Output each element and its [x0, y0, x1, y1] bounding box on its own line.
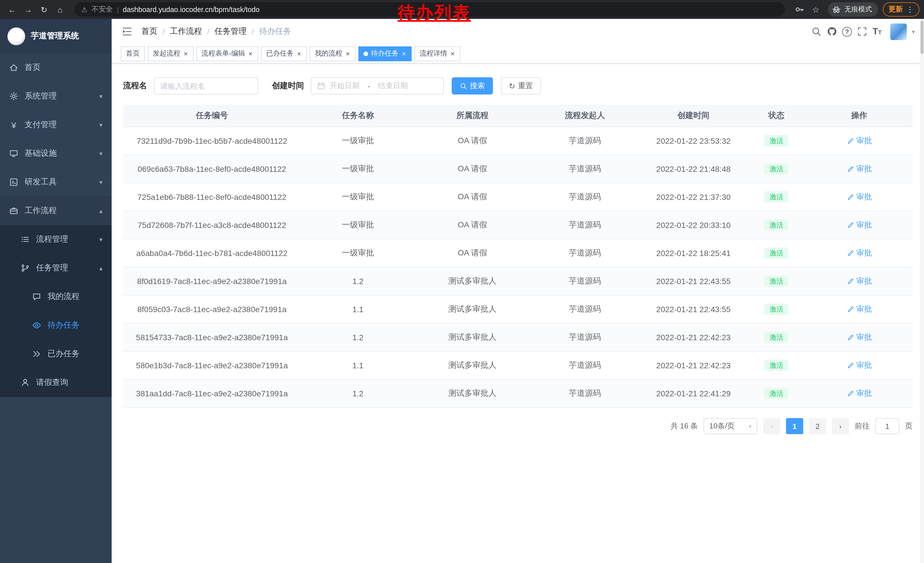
- search-button[interactable]: 搜索: [452, 77, 493, 95]
- approve-link[interactable]: 审批: [847, 360, 872, 371]
- tab-start-process[interactable]: 发起流程 ×: [148, 46, 194, 61]
- close-icon[interactable]: ×: [183, 50, 188, 57]
- close-icon[interactable]: ×: [401, 50, 406, 57]
- sidebar-item-payment[interactable]: ¥ 支付管理 ▾: [0, 111, 112, 139]
- reset-button-label: 重置: [518, 81, 533, 91]
- breadcrumb-workflow[interactable]: 工作流程: [170, 26, 202, 37]
- workflow-submenu: 流程管理 ▾ 任务管理 ▴ 我的流程: [0, 225, 112, 397]
- close-icon[interactable]: ×: [450, 50, 455, 57]
- avatar-caret-icon[interactable]: ▾: [912, 29, 915, 35]
- reload-icon[interactable]: ↻: [37, 2, 51, 17]
- approve-link[interactable]: 审批: [847, 164, 872, 174]
- approve-link[interactable]: 审批: [847, 276, 872, 286]
- cell-task-id: 580e1b3d-7ac8-11ec-a9e2-a2380e71991a: [123, 352, 301, 379]
- approve-link[interactable]: 审批: [847, 248, 872, 258]
- sidebar-item-dev-tools[interactable]: 研发工具 ▾: [0, 168, 112, 197]
- sidebar-item-infrastructure[interactable]: 基础设施 ▾: [0, 139, 112, 168]
- sidebar-item-done-tasks[interactable]: 已办任务: [0, 339, 112, 368]
- cell-process: OA 请假: [415, 239, 530, 267]
- font-size-icon[interactable]: TT: [873, 27, 882, 36]
- cell-status: 激活: [747, 155, 806, 183]
- sidebar-item-leave-query[interactable]: 请假查询: [0, 368, 112, 397]
- back-icon[interactable]: ←: [4, 2, 20, 17]
- sidebar-item-process-management[interactable]: 流程管理 ▾: [0, 225, 112, 254]
- cell-task-name: 一级审批: [301, 211, 416, 239]
- forward-icon[interactable]: →: [21, 2, 36, 17]
- cell-task-name: 1.2: [301, 380, 416, 407]
- create-time-label: 创建时间: [272, 81, 304, 91]
- close-icon[interactable]: ×: [248, 50, 253, 57]
- sidebar-item-task-management[interactable]: 任务管理 ▴: [0, 254, 112, 282]
- user-avatar[interactable]: [890, 23, 907, 40]
- sidebar-item-workflow[interactable]: 工作流程 ▴: [0, 197, 112, 225]
- page-button-1[interactable]: 1: [786, 418, 803, 434]
- scrollbar-thumb[interactable]: [921, 21, 923, 54]
- fullscreen-icon[interactable]: [857, 26, 867, 37]
- approve-label: 审批: [856, 304, 872, 314]
- cell-action: 审批: [806, 211, 912, 239]
- sidebar-collapse-icon[interactable]: [121, 25, 134, 38]
- cell-task-id: 381aa1dd-7ac8-11ec-a9e2-a2380e71991a: [123, 380, 301, 407]
- sidebar-item-todo-tasks[interactable]: 待办任务: [0, 311, 112, 339]
- tab-done-tasks[interactable]: 已办任务 ×: [261, 46, 307, 61]
- close-icon[interactable]: ×: [345, 50, 350, 57]
- next-page-button[interactable]: ›: [832, 418, 849, 434]
- date-range-picker[interactable]: 开始日期 - 结束日期: [311, 77, 444, 95]
- approve-link[interactable]: 审批: [847, 136, 872, 146]
- cell-process: 测试多审批人: [415, 267, 530, 295]
- table-row: 8f059c03-7ac8-11ec-a9e2-a2380e71991a 1.1…: [123, 296, 912, 324]
- cell-status: 激活: [747, 380, 806, 407]
- approve-link[interactable]: 审批: [847, 304, 872, 314]
- tab-todo-tasks[interactable]: 待办任务 ×: [358, 46, 412, 61]
- key-icon[interactable]: [795, 5, 804, 14]
- tab-process-detail[interactable]: 流程详情 ×: [414, 46, 460, 61]
- table-header: 任务编号 任务名称 所属流程 流程发起人 创建时间 状态 操作: [123, 105, 912, 127]
- reset-button[interactable]: ↻ 重置: [501, 77, 541, 95]
- breadcrumb-home[interactable]: 首页: [141, 26, 158, 37]
- sidebar-item-label: 我的流程: [48, 291, 80, 302]
- approve-link[interactable]: 审批: [847, 220, 872, 230]
- home-icon[interactable]: ⌂: [52, 2, 68, 17]
- page-button-2[interactable]: 2: [809, 418, 826, 434]
- cell-starter: 芋道源码: [530, 267, 640, 295]
- process-name-input[interactable]: [154, 77, 258, 95]
- cell-process: 测试多审批人: [415, 380, 530, 407]
- search-icon[interactable]: [811, 26, 822, 37]
- cell-created: 2022-01-21 22:42:23: [640, 352, 747, 379]
- table-row: 580e1b3d-7ac8-11ec-a9e2-a2380e71991a 1.1…: [123, 352, 912, 380]
- app-logo: 芋道管理系统: [0, 19, 112, 53]
- tab-process-form-edit[interactable]: 流程表单-编辑 ×: [196, 46, 258, 61]
- cell-task-id: 8f059c03-7ac8-11ec-a9e2-a2380e71991a: [123, 296, 301, 323]
- scrollbar[interactable]: [920, 19, 924, 563]
- prev-page-button[interactable]: ‹: [763, 418, 780, 434]
- cell-created: 2022-01-22 20:33:10: [640, 211, 747, 239]
- approve-link[interactable]: 审批: [847, 388, 872, 399]
- sidebar-item-system[interactable]: 系统管理 ▾: [0, 82, 112, 111]
- list-icon: [21, 235, 30, 244]
- page-unit-label: 页: [905, 421, 912, 431]
- close-icon[interactable]: ×: [297, 50, 302, 57]
- page-size-select[interactable]: 10条/页 ▾: [704, 418, 758, 434]
- approve-link[interactable]: 审批: [847, 192, 872, 202]
- cell-created: 2022-01-22 21:48:48: [640, 155, 747, 183]
- help-icon[interactable]: ?: [842, 27, 852, 36]
- refresh-icon: ↻: [509, 82, 515, 90]
- table-row: a6aba0a4-7b6d-11ec-b781-acde48001122 一级审…: [123, 239, 912, 267]
- breadcrumb-task-management[interactable]: 任务管理: [214, 26, 247, 37]
- cell-process: 测试多审批人: [415, 296, 530, 323]
- goto-page-input[interactable]: [875, 418, 899, 434]
- content-header: 首页 / 工作流程 / 任务管理 / 待办任务 ?: [112, 19, 924, 44]
- cell-task-name: 1.1: [301, 352, 416, 379]
- menu-dots-icon[interactable]: ⋮: [906, 5, 914, 14]
- col-task-name: 任务名称: [301, 105, 416, 126]
- cell-created: 2022-01-22 18:25:41: [640, 239, 747, 267]
- breadcrumb-separator: /: [207, 27, 210, 36]
- github-icon[interactable]: [826, 26, 837, 37]
- tab-home[interactable]: 首页: [121, 46, 145, 61]
- sidebar-item-home[interactable]: 首页: [0, 53, 112, 82]
- bookmark-star-icon[interactable]: ☆: [808, 2, 823, 17]
- tab-my-processes[interactable]: 我的流程 ×: [310, 46, 356, 61]
- sidebar-item-my-processes[interactable]: 我的流程: [0, 282, 112, 311]
- update-button[interactable]: 更新 ⋮: [883, 2, 920, 17]
- approve-link[interactable]: 审批: [847, 332, 872, 342]
